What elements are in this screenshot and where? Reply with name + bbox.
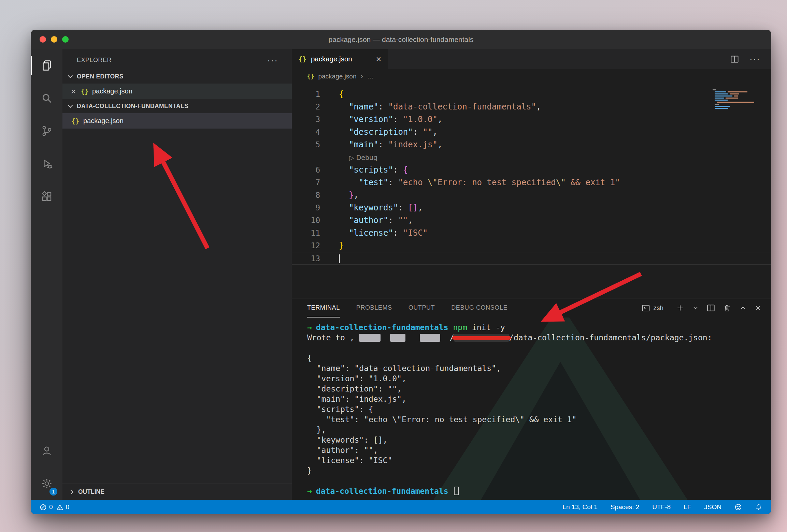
- tab-package-json[interactable]: {} package.json ×: [292, 49, 388, 69]
- terminal-line: Wrote to , //data-collection-fundamental…: [307, 332, 771, 343]
- codelens-row: ▷ Debug: [292, 151, 771, 164]
- terminal-line: },: [307, 425, 771, 435]
- terminal-line: "scripts": {: [307, 404, 771, 414]
- json-file-icon: {}: [299, 55, 306, 63]
- titlebar[interactable]: package.json — data-collection-fundament…: [31, 30, 771, 49]
- activity-settings-button[interactable]: 1: [31, 467, 62, 500]
- code-line: 4 "description": "",: [292, 126, 771, 138]
- code-line: 7 "test": "echo \"Error: no test specifi…: [292, 176, 771, 189]
- kill-terminal-trash-icon[interactable]: [723, 304, 732, 312]
- terminal-line: }: [307, 466, 771, 476]
- activity-search-button[interactable]: [31, 82, 62, 115]
- breadcrumb-file[interactable]: package.json: [318, 73, 356, 80]
- panel-tab-debug-console[interactable]: DEBUG CONSOLE: [451, 298, 507, 317]
- close-panel-icon[interactable]: [754, 304, 762, 312]
- editor-group: {} package.json × ··· {} package.json ›: [292, 49, 771, 500]
- terminal[interactable]: →data-collection-fundamentals npm init -…: [292, 317, 771, 500]
- tab-label: package.json: [311, 55, 352, 63]
- warning-count: 0: [66, 503, 70, 511]
- notifications-bell-icon[interactable]: [755, 503, 762, 511]
- tree-item-label: package.json: [83, 117, 124, 125]
- explorer-title: EXPLORER: [77, 57, 112, 64]
- code-lines: 1{2 "name": "data-collection-fundamental…: [292, 88, 771, 265]
- terminal-line: "keywords": [],: [307, 435, 771, 445]
- code-line: 11 "license": "ISC": [292, 227, 771, 239]
- encoding-status[interactable]: UTF-8: [652, 503, 671, 511]
- terminal-line: "name": "data-collection-fundamentals",: [307, 363, 771, 373]
- minimap[interactable]: [711, 89, 762, 110]
- terminal-line: "author": "",: [307, 445, 771, 455]
- search-icon: [41, 92, 53, 104]
- panel-tab-problems[interactable]: PROBLEMS: [356, 298, 392, 317]
- outline-section-header[interactable]: OUTLINE: [62, 484, 292, 500]
- line-number: 6: [292, 164, 320, 176]
- vscode-window: package.json — data-collection-fundament…: [31, 30, 771, 514]
- split-editor-icon[interactable]: [730, 55, 739, 64]
- traffic-lights: [40, 36, 69, 43]
- activity-run-debug-button[interactable]: [31, 147, 62, 180]
- line-number: 9: [292, 202, 320, 214]
- terminal-line: [307, 343, 771, 353]
- editor-more-actions-icon[interactable]: ···: [749, 57, 760, 61]
- new-terminal-icon[interactable]: [676, 304, 685, 312]
- code-line: 3 "version": "1.0.0",: [292, 113, 771, 126]
- code-line: 1{: [292, 88, 771, 101]
- shell-selector[interactable]: zsh: [642, 304, 663, 312]
- language-mode-status[interactable]: JSON: [704, 503, 721, 511]
- close-editor-icon[interactable]: ×: [69, 87, 77, 95]
- activity-source-control-button[interactable]: [31, 115, 62, 147]
- gear-icon: [41, 477, 53, 490]
- window-title: package.json — data-collection-fundament…: [31, 35, 771, 44]
- terminal-line: "description": "",: [307, 384, 771, 394]
- code-line: 6 "scripts": {: [292, 164, 771, 176]
- settings-badge: 1: [49, 488, 57, 496]
- panel-tab-output[interactable]: OUTPUT: [409, 298, 435, 317]
- open-editor-label: package.json: [92, 87, 132, 95]
- line-number: 3: [292, 113, 320, 126]
- chevron-right-icon: [69, 489, 73, 494]
- code-line: 2 "name": "data-collection-fundamentals"…: [292, 101, 771, 113]
- maximize-panel-chevron-icon[interactable]: [739, 304, 747, 312]
- shell-name: zsh: [653, 304, 663, 312]
- split-terminal-icon[interactable]: [706, 304, 715, 312]
- open-editor-item-package-json[interactable]: × {} package.json: [62, 84, 292, 99]
- activity-bar: 1: [31, 49, 62, 500]
- cursor-position-status[interactable]: Ln 13, Col 1: [562, 503, 597, 511]
- line-number: 8: [292, 189, 320, 202]
- chevron-down-icon: [68, 103, 73, 108]
- problems-status[interactable]: 0 0: [40, 503, 69, 511]
- terminal-line: "version": "1.0.0",: [307, 373, 771, 384]
- json-file-icon: {}: [71, 117, 79, 125]
- breadcrumb[interactable]: {} package.json › …: [292, 69, 771, 84]
- terminal-line: "main": "index.js",: [307, 394, 771, 404]
- breadcrumb-more[interactable]: …: [367, 73, 374, 80]
- line-number: 1: [292, 88, 320, 101]
- warning-triangle-icon: [56, 504, 63, 511]
- indentation-status[interactable]: Spaces: 2: [611, 503, 640, 511]
- terminal-dropdown-chevron-icon[interactable]: [692, 305, 699, 311]
- code-line: 9 "keywords": [],: [292, 202, 771, 214]
- code-editor[interactable]: 1{2 "name": "data-collection-fundamental…: [292, 84, 771, 298]
- account-icon: [41, 445, 53, 457]
- close-window-button[interactable]: [40, 36, 46, 43]
- activity-extensions-button[interactable]: [31, 180, 62, 213]
- terminal-icon: [642, 304, 650, 312]
- folder-section-header[interactable]: DATA-COLLECTION-FUNDAMENTALS: [62, 99, 292, 113]
- feedback-smiley-icon[interactable]: [734, 503, 742, 511]
- explorer-more-actions-icon[interactable]: ···: [267, 59, 278, 62]
- activity-explorer-button[interactable]: [31, 49, 62, 82]
- tab-close-icon[interactable]: ×: [376, 54, 381, 64]
- line-number: [292, 151, 320, 164]
- eol-status[interactable]: LF: [684, 503, 691, 511]
- panel-tab-terminal[interactable]: TERMINAL: [307, 298, 340, 317]
- activity-accounts-button[interactable]: [31, 434, 62, 467]
- code-line: 12}: [292, 239, 771, 252]
- minimize-window-button[interactable]: [51, 36, 57, 43]
- line-number: 4: [292, 126, 320, 138]
- fullscreen-window-button[interactable]: [62, 36, 69, 43]
- tree-item-package-json[interactable]: {} package.json: [62, 113, 292, 129]
- line-number: 10: [292, 214, 320, 227]
- line-number: 5: [292, 138, 320, 151]
- open-editors-section-header[interactable]: OPEN EDITORS: [62, 69, 292, 84]
- terminal-line: "license": "ISC": [307, 455, 771, 466]
